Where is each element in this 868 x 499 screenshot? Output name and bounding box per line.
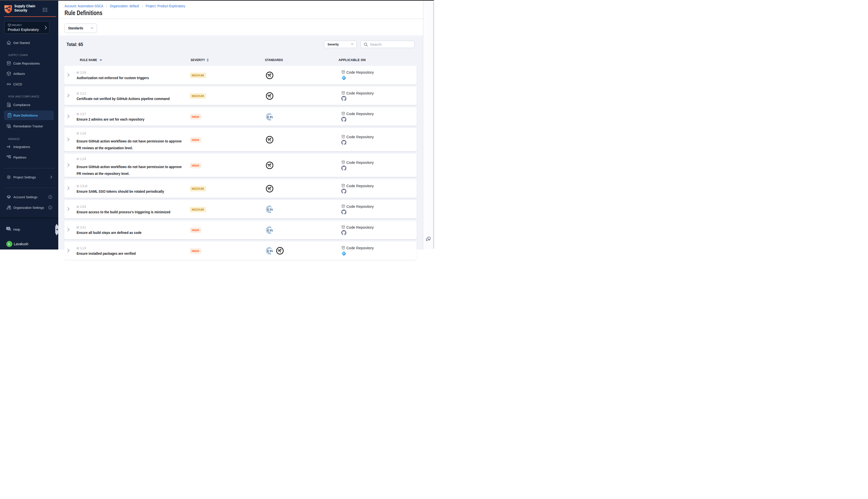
svg-text:CIS: CIS — [268, 208, 273, 211]
svg-text:CIS: CIS — [268, 228, 273, 232]
svg-text:?: ? — [8, 227, 9, 230]
svg-text:CIS: CIS — [268, 115, 273, 119]
svg-text:CIS: CIS — [268, 249, 273, 250]
